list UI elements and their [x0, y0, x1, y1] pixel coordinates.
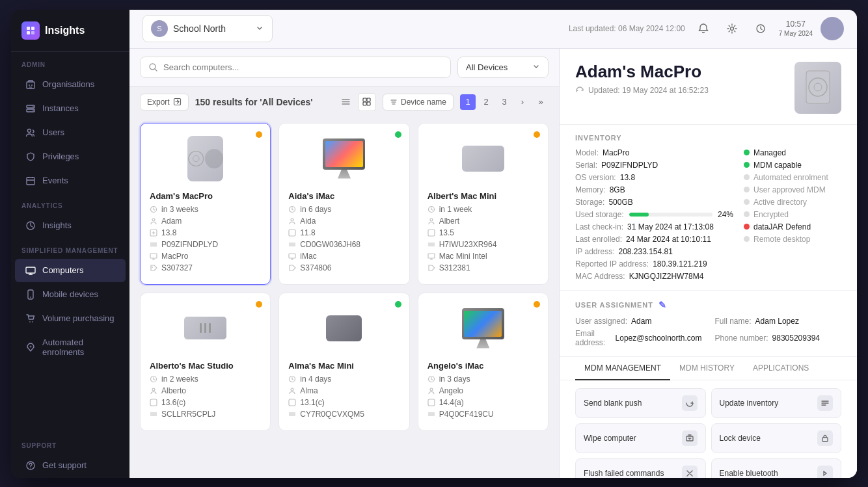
last-page-button[interactable]: »: [533, 94, 549, 110]
sidebar-item-mobile-devices[interactable]: Mobile devices: [15, 283, 126, 306]
school-selector[interactable]: S School North: [142, 15, 273, 42]
device-filter[interactable]: All Devices: [457, 57, 549, 78]
device-card[interactable]: Albert's Mac Mini in 1 week Albert 13.5: [418, 123, 549, 285]
shield-icon: [25, 151, 36, 162]
svg-point-39: [291, 218, 293, 221]
sort-button[interactable]: Device name: [383, 94, 454, 111]
notifications-button[interactable]: [693, 18, 714, 39]
device-card[interactable]: Alberto's Mac Studio in 2 weeks Alberto …: [140, 293, 271, 431]
tab-mdm-management[interactable]: MDM MANAGEMENT: [575, 357, 670, 380]
sidebar-item-privileges[interactable]: Privileges: [15, 145, 126, 168]
update-inventory-button[interactable]: Update inventory: [711, 388, 842, 418]
export-button[interactable]: Export: [140, 94, 189, 111]
detail-title-area: Adam's MacPro Updated: 19 May 2024 at 16…: [575, 62, 784, 95]
edit-user-button[interactable]: ✎: [658, 300, 667, 310]
wipe-computer-button[interactable]: Wipe computer: [575, 423, 706, 453]
clock-small-icon: [288, 375, 296, 383]
sidebar-item-events[interactable]: Events: [15, 169, 126, 192]
status-gray-dot: [744, 199, 750, 205]
main-content: S School North Last updated: 06 May 2024…: [129, 10, 857, 478]
desktop-icon: [427, 252, 435, 260]
lock-device-button[interactable]: Lock device: [711, 423, 842, 453]
device-user-row: Alberto: [150, 386, 261, 395]
device-card[interactable]: Alma's Mac Mini in 4 days Alma 13.1(c): [278, 293, 409, 431]
grid-view-button[interactable]: [358, 93, 376, 111]
clock-button[interactable]: [750, 18, 771, 39]
sidebar-item-computers[interactable]: Computers: [15, 259, 126, 282]
svg-rect-1: [31, 27, 34, 30]
device-image: [427, 133, 539, 185]
status-user-approved: User approved MDM: [744, 185, 841, 194]
status-gray-dot: [744, 174, 750, 180]
logo-icon: [21, 21, 40, 40]
bluetooth-action-icon: [817, 466, 833, 478]
page-3-button[interactable]: 3: [496, 94, 512, 110]
device-asset-row: S374806: [288, 263, 400, 272]
list-view-button[interactable]: [337, 93, 355, 111]
svg-rect-36: [150, 254, 157, 258]
status-dot: [395, 301, 401, 308]
sidebar-item-get-support[interactable]: Get support: [15, 454, 126, 477]
sidebar-item-instances[interactable]: Instances: [15, 97, 126, 120]
enable-bluetooth-button[interactable]: Enable bluetooth: [711, 458, 842, 478]
inventory-title: INVENTORY: [575, 134, 841, 142]
status-datajar: dataJAR Defend: [744, 222, 841, 231]
svg-point-43: [430, 218, 433, 221]
status-encrypted: Encrypted: [744, 210, 841, 219]
shopping-icon: [25, 313, 36, 324]
device-user-row: Angelo: [427, 386, 539, 395]
status-remote: Remote desktop: [744, 235, 841, 244]
sidebar-item-organisations[interactable]: Organisations: [15, 73, 126, 96]
svg-point-23: [730, 27, 733, 31]
svg-rect-2: [27, 31, 30, 34]
user-small-icon: [150, 217, 157, 225]
device-name: Albert's Mac Mini: [427, 191, 539, 201]
device-type-row: MacPro: [150, 252, 261, 261]
sidebar-item-volume-purchasing[interactable]: Volume purchasing: [15, 307, 126, 330]
device-serial-row: CD0GW036JH68: [288, 240, 400, 249]
svg-point-19: [32, 321, 33, 322]
privileges-label: Privileges: [42, 151, 79, 161]
flush-failed-button[interactable]: Flush failed commands: [575, 458, 706, 478]
tag-icon: [427, 264, 435, 272]
device-user-row: Adam: [150, 217, 261, 226]
barcode-icon: [288, 410, 296, 418]
device-card[interactable]: Aida's iMac in 6 days Aida 11.8: [278, 123, 409, 285]
server-icon: [25, 103, 36, 114]
status-green-dot: [744, 162, 750, 168]
support-section-label: SUPPORT: [11, 433, 129, 453]
instances-label: Instances: [42, 103, 79, 113]
building-icon: [25, 79, 36, 90]
tab-mdm-history[interactable]: MDM HISTORY: [670, 357, 744, 380]
user-avatar[interactable]: [821, 17, 844, 40]
tab-applications[interactable]: APPLICATIONS: [744, 357, 818, 380]
svg-point-37: [152, 267, 153, 268]
sidebar-item-automated-enrolments[interactable]: Automated enrolments: [15, 331, 126, 363]
next-page-button[interactable]: ›: [515, 94, 530, 110]
page-1-button[interactable]: 1: [460, 94, 476, 110]
svg-point-20: [30, 345, 32, 347]
export-label: Export: [147, 98, 170, 107]
analytics-section-label: ANALYTICS: [11, 193, 129, 213]
device-user-row: Albert: [427, 217, 539, 226]
chevron-down-icon: [255, 24, 264, 33]
settings-button[interactable]: [722, 18, 742, 39]
refresh-action-icon: [682, 395, 698, 411]
tag-icon: [288, 264, 296, 272]
device-checkin-row: in 3 days: [427, 375, 539, 384]
device-card[interactable]: Adam's MacPro in 3 weeks Adam 13.8: [140, 123, 271, 285]
page-2-button[interactable]: 2: [478, 94, 494, 110]
clock-small-icon: [427, 205, 435, 213]
svg-rect-44: [428, 230, 435, 236]
sidebar-item-insights[interactable]: Insights: [15, 214, 126, 237]
search-box[interactable]: [140, 57, 451, 78]
sidebar-item-users[interactable]: Users: [15, 121, 126, 144]
status-gray-dot: [744, 187, 750, 192]
search-input[interactable]: [163, 62, 442, 72]
device-checkin-row: in 2 weeks: [150, 375, 261, 384]
imac-image: [321, 138, 367, 179]
question-icon: [25, 460, 36, 471]
device-card[interactable]: Angelo's iMac in 3 days Angelo 14.4(a): [418, 293, 549, 431]
clock-icon: [755, 23, 766, 34]
send-blank-push-button[interactable]: Send blank push: [575, 388, 706, 418]
